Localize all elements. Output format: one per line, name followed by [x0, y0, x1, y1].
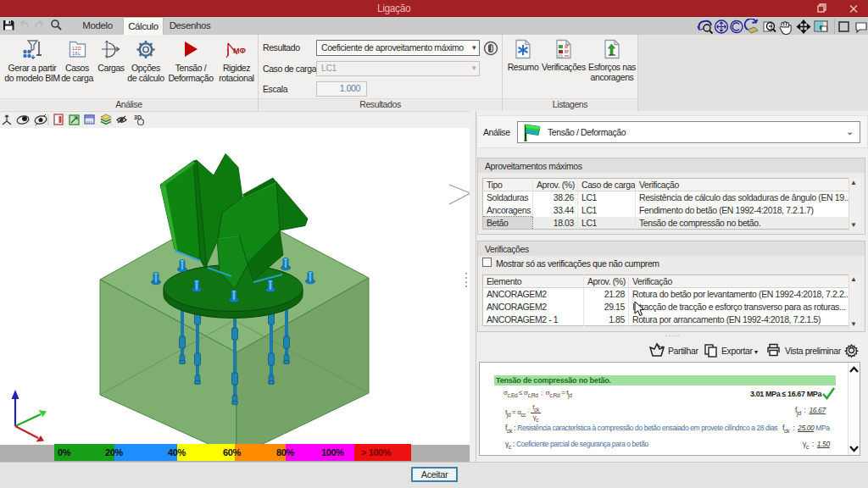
- svg-text:1.2 D: 1.2 D: [72, 46, 81, 51]
- svg-text:1.6 L: 1.6 L: [72, 51, 81, 56]
- svg-text:MΦ: MΦ: [233, 47, 246, 55]
